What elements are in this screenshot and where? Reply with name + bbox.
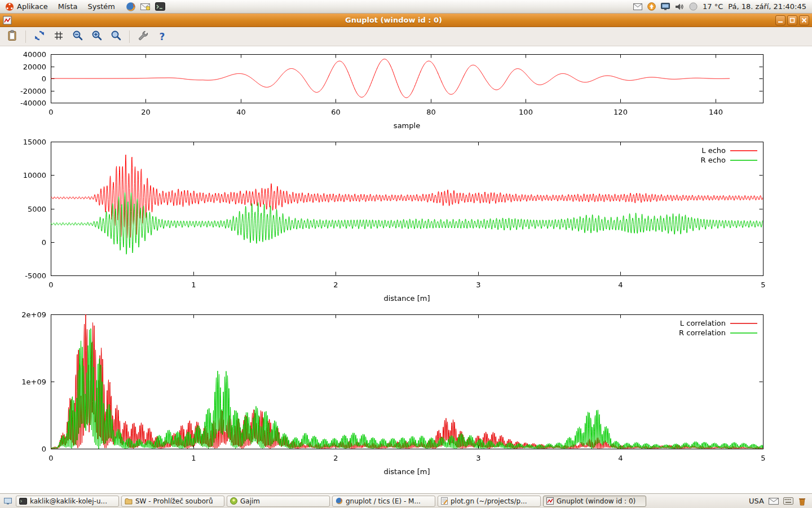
task-label: plot.gn (~/projects/p... [451, 497, 527, 505]
panel-launchers [125, 1, 166, 13]
autoscale-icon [111, 30, 122, 43]
maximize-button[interactable] [787, 15, 797, 25]
grid-icon [54, 30, 64, 43]
help-icon: ? [160, 31, 165, 42]
toolbar-separator [25, 30, 26, 43]
terminal-launcher-icon[interactable] [154, 1, 166, 13]
help-button[interactable]: ? [155, 29, 170, 44]
clipboard-icon [7, 30, 18, 43]
update-notifier-icon[interactable] [647, 2, 656, 11]
toolbar-separator [129, 30, 130, 43]
replot-icon [34, 30, 45, 43]
menu-applications[interactable]: Aplikace [0, 0, 53, 13]
task-label: Gajim [240, 497, 260, 505]
window-title: Gnuplot (window id : 0) [12, 16, 775, 24]
window-buttons [775, 15, 809, 25]
taskbar-right: USA [749, 497, 810, 506]
mail-icon[interactable] [769, 497, 779, 505]
zoom-previous-icon [72, 30, 83, 43]
gnuplot-window-icon [3, 16, 12, 25]
copy-clipboard-button[interactable] [5, 29, 20, 44]
menu-system[interactable]: Systém [82, 0, 120, 13]
replot-button[interactable] [32, 29, 47, 44]
configure-button[interactable] [135, 29, 151, 44]
show-desktop-button[interactable] [2, 496, 14, 507]
firefox-launcher-icon[interactable] [125, 1, 137, 13]
task-button-file-browser[interactable]: SW - Prohlížeč souborů [121, 496, 224, 507]
close-button[interactable] [799, 15, 809, 25]
task-button-text-editor[interactable]: plot.gn (~/projects/p... [438, 496, 541, 507]
temperature-label[interactable]: 17 °C [703, 2, 723, 11]
plot-area [0, 46, 812, 493]
folder-icon [125, 498, 133, 505]
keyboard-icon[interactable] [783, 497, 793, 505]
menu-places-label: Místa [58, 2, 78, 11]
minimize-button[interactable] [775, 15, 785, 25]
task-label: gnuplot / tics (E) - M... [346, 497, 421, 505]
keyboard-layout-indicator[interactable]: USA [749, 497, 764, 505]
mail-notification-icon[interactable] [633, 3, 642, 10]
gajim-icon [230, 497, 237, 505]
task-button-terminal[interactable]: kaklik@kaklik-kolej-u... [16, 496, 119, 507]
gnuplot-toolbar: ? [0, 27, 812, 46]
task-button-gnuplot[interactable]: Gnuplot (window id : 0) [543, 496, 646, 507]
evolution-launcher-icon[interactable] [139, 1, 152, 13]
wrench-icon [138, 30, 149, 43]
panel-tray: 17 °C Pá, 18. září, 21:40:45 [633, 2, 812, 11]
task-button-firefox[interactable]: gnuplot / tics (E) - M... [332, 496, 435, 507]
gnuplot-icon [546, 497, 554, 505]
task-button-gajim[interactable]: Gajim [227, 496, 330, 507]
ubuntu-logo-icon [5, 2, 14, 11]
text-editor-icon [441, 497, 448, 505]
chart-sample-waveform[interactable] [0, 46, 812, 135]
zoom-previous-button[interactable] [70, 29, 85, 44]
chart-correlations[interactable] [0, 309, 812, 485]
menu-places[interactable]: Místa [53, 0, 83, 13]
terminal-icon [19, 498, 27, 505]
menu-applications-label: Aplikace [17, 2, 48, 11]
task-label: SW - Prohlížeč souborů [135, 497, 213, 505]
window-titlebar[interactable]: Gnuplot (window id : 0) [0, 14, 812, 27]
trash-icon[interactable] [798, 497, 806, 506]
task-label: Gnuplot (window id : 0) [557, 497, 636, 505]
top-panel: Aplikace Místa Systém 17 °C [0, 0, 812, 14]
zoom-next-button[interactable] [89, 29, 104, 44]
weather-icon[interactable] [689, 2, 698, 11]
zoom-next-icon [91, 30, 103, 43]
task-label: kaklik@kaklik-kolej-u... [30, 497, 107, 505]
chart-echo-signals[interactable] [0, 135, 812, 309]
firefox-icon [336, 497, 343, 505]
autoscale-button[interactable] [108, 29, 123, 44]
taskbar: kaklik@kaklik-kolej-u... SW - Prohlížeč … [0, 493, 812, 508]
speaker-icon[interactable] [675, 3, 684, 11]
clock[interactable]: Pá, 18. září, 21:40:45 [728, 2, 806, 11]
menu-system-label: Systém [87, 2, 114, 11]
toggle-grid-button[interactable] [51, 29, 66, 44]
display-icon[interactable] [661, 3, 670, 10]
